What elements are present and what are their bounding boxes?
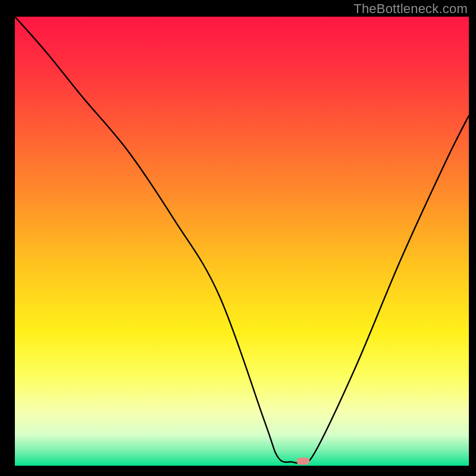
optimal-marker bbox=[297, 458, 310, 465]
bottleneck-chart bbox=[0, 0, 476, 476]
plot-background bbox=[15, 17, 469, 466]
chart-stage: TheBottleneck.com bbox=[0, 0, 476, 476]
